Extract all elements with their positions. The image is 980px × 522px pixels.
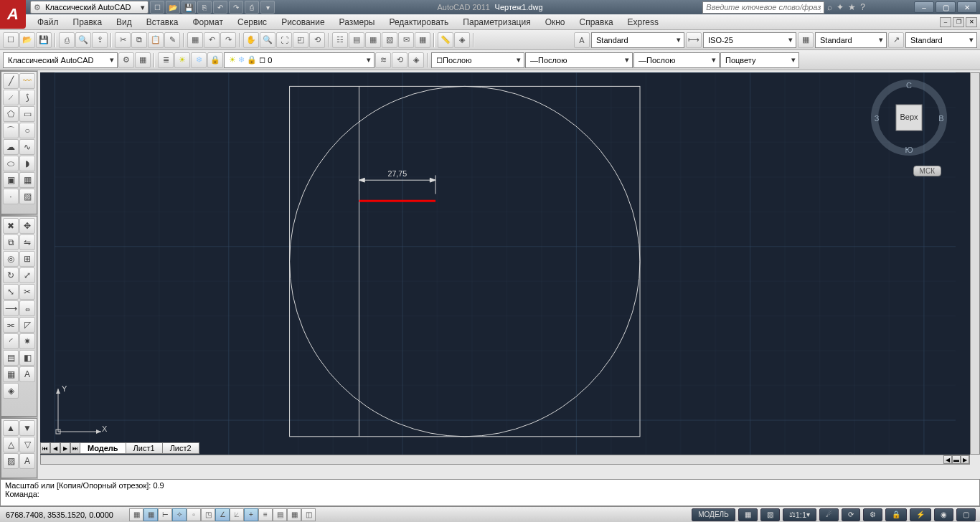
- ws-settings-icon[interactable]: ⚙: [118, 52, 134, 68]
- ellipse-icon[interactable]: ⬭: [3, 156, 19, 171]
- zoom-rt-icon[interactable]: 🔍: [260, 32, 275, 48]
- dim-style-combo[interactable]: ISO-25: [703, 32, 796, 48]
- publish-icon[interactable]: ⇪: [92, 32, 108, 48]
- annotation-scale[interactable]: ⚖ 1:1 ▾: [783, 508, 816, 521]
- otrack-toggle[interactable]: ∠: [215, 508, 230, 521]
- toolpal-icon[interactable]: ▦: [365, 32, 381, 48]
- mleader-icon[interactable]: ↗: [888, 32, 904, 48]
- layer-lock-icon[interactable]: 🔒: [207, 52, 223, 68]
- annotation-autoscale-icon[interactable]: ⟳: [842, 508, 860, 521]
- search-go-icon[interactable]: ⌕: [827, 2, 832, 12]
- tab-model[interactable]: Модель: [80, 442, 126, 454]
- snap-toggle[interactable]: ▦: [129, 508, 143, 521]
- move-icon[interactable]: ✥: [19, 218, 35, 234]
- qat-save-icon[interactable]: 💾: [182, 1, 196, 14]
- menu-file[interactable]: Файл: [30, 14, 66, 29]
- polygon-icon[interactable]: ⬠: [3, 106, 19, 122]
- cut-icon[interactable]: ✂: [115, 32, 131, 48]
- erase-icon[interactable]: ✖: [3, 218, 19, 234]
- workspace-switch-icon[interactable]: ⚙: [863, 508, 882, 521]
- table-icon[interactable]: ▦: [3, 366, 19, 382]
- trim-icon[interactable]: ✂: [19, 284, 35, 300]
- circle-icon[interactable]: ○: [19, 123, 35, 138]
- dcenter-icon[interactable]: ▤: [349, 32, 364, 48]
- command-line[interactable]: Масштаб или [Копия/Опорный отрезок]: 0.9…: [0, 479, 980, 506]
- explode-icon[interactable]: ✷: [19, 333, 35, 349]
- markup-icon[interactable]: ✉: [398, 32, 414, 48]
- extend-icon[interactable]: ⟶: [3, 300, 19, 316]
- favorites-icon[interactable]: ★: [848, 2, 856, 12]
- minimize-button[interactable]: –: [914, 1, 934, 13]
- scale-icon[interactable]: ⤢: [19, 267, 35, 283]
- make-block-icon[interactable]: ▦: [19, 172, 35, 188]
- viewcube[interactable]: Верх С Ю В З: [870, 78, 948, 157]
- menu-draw[interactable]: Рисование: [274, 14, 331, 29]
- fillet-icon[interactable]: ◜: [3, 333, 19, 349]
- text-style-combo[interactable]: Standard: [591, 32, 684, 48]
- exchange-icon[interactable]: ✦: [837, 2, 844, 12]
- ducs-toggle[interactable]: ⟀: [230, 508, 244, 521]
- menu-edit[interactable]: Правка: [66, 14, 110, 29]
- layer-state-icon[interactable]: ◈: [408, 52, 424, 68]
- print-icon[interactable]: ⎙: [59, 32, 75, 48]
- color-combo[interactable]: ◻ Послою: [431, 52, 524, 68]
- scroll-thumb[interactable]: ▬: [952, 455, 961, 464]
- rectangle-icon[interactable]: ▭: [19, 106, 35, 122]
- arc-icon[interactable]: ⌒: [3, 123, 19, 138]
- zoom-ext-icon[interactable]: ⛶: [276, 32, 292, 48]
- hatch-icon[interactable]: ▨: [19, 189, 35, 204]
- block-icon[interactable]: ▦: [187, 32, 203, 48]
- menu-view[interactable]: Вид: [109, 14, 139, 29]
- scroll-right-icon[interactable]: ▶: [961, 455, 969, 464]
- isolate-icon[interactable]: ◉: [934, 508, 953, 521]
- clean-screen-icon[interactable]: ▢: [956, 508, 976, 521]
- grid-toggle[interactable]: ▦: [143, 508, 158, 521]
- quickview-layouts-icon[interactable]: ▦: [738, 508, 758, 521]
- ortho-toggle[interactable]: ⊢: [158, 508, 172, 521]
- lineweight-combo[interactable]: — Послою: [633, 52, 720, 68]
- copy2-icon[interactable]: ⧉: [3, 234, 19, 250]
- menu-parametric[interactable]: Параметризация: [456, 14, 537, 29]
- point-icon[interactable]: ·: [3, 189, 19, 204]
- vertical-scrollbar[interactable]: [970, 72, 980, 455]
- coordinates-display[interactable]: 6768.7408, 3535.1520, 0.0000: [0, 511, 122, 519]
- layer-props-icon[interactable]: ≣: [158, 52, 174, 68]
- calc-icon[interactable]: ▦: [415, 32, 430, 48]
- tab-last-icon[interactable]: ⏭: [70, 442, 80, 454]
- new-icon[interactable]: ☐: [3, 32, 19, 48]
- copy-icon[interactable]: ⧉: [131, 32, 147, 48]
- plotstyle-combo[interactable]: Поцвету: [720, 52, 799, 68]
- workspace-combo[interactable]: Классический AutoCAD: [3, 52, 118, 68]
- above-obj-icon[interactable]: △: [3, 437, 19, 452]
- sc-toggle[interactable]: ◫: [301, 508, 316, 521]
- dimstyle-icon[interactable]: ⟼: [686, 32, 702, 48]
- annotation-visibility-icon[interactable]: ☄: [819, 508, 839, 521]
- toolbar-lock-icon[interactable]: 🔒: [885, 508, 907, 521]
- mdi-close[interactable]: ✕: [966, 17, 977, 27]
- polyline-icon[interactable]: ⟆: [19, 90, 35, 105]
- polar-toggle[interactable]: ✧: [172, 508, 187, 521]
- horizontal-scrollbar[interactable]: ◀ ▬ ▶: [40, 455, 970, 465]
- mdi-restore[interactable]: ❐: [953, 17, 964, 27]
- select-icon[interactable]: ◈: [454, 32, 470, 48]
- menu-dimension[interactable]: Размеры: [332, 14, 382, 29]
- dyn-toggle[interactable]: +: [244, 508, 258, 521]
- open-icon[interactable]: 📂: [19, 32, 35, 48]
- tab-next-icon[interactable]: ▶: [60, 442, 70, 454]
- text-front-icon[interactable]: A: [19, 453, 35, 469]
- ellipse-arc-icon[interactable]: ◗: [19, 156, 35, 171]
- lwt-toggle[interactable]: ≡: [258, 508, 273, 521]
- model-viewport[interactable]: 27,75 X Y Верх С Ю В З: [40, 72, 970, 455]
- qat-redo-icon[interactable]: ↷: [229, 1, 243, 14]
- sheetset-icon[interactable]: ▧: [382, 32, 397, 48]
- join-icon[interactable]: ⫘: [3, 317, 19, 333]
- props-icon[interactable]: ☷: [332, 32, 348, 48]
- chamfer-icon[interactable]: ◸: [19, 317, 35, 333]
- qat-open-icon[interactable]: 📂: [166, 1, 180, 14]
- layer-freeze-icon[interactable]: ❄: [191, 52, 207, 68]
- mirror-icon[interactable]: ⇋: [19, 234, 35, 250]
- hatch-back-icon[interactable]: ▨: [3, 453, 19, 469]
- quickview-drawings-icon[interactable]: ▧: [760, 508, 780, 521]
- bring-front-icon[interactable]: ▲: [3, 420, 19, 436]
- send-back-icon[interactable]: ▼: [19, 420, 35, 436]
